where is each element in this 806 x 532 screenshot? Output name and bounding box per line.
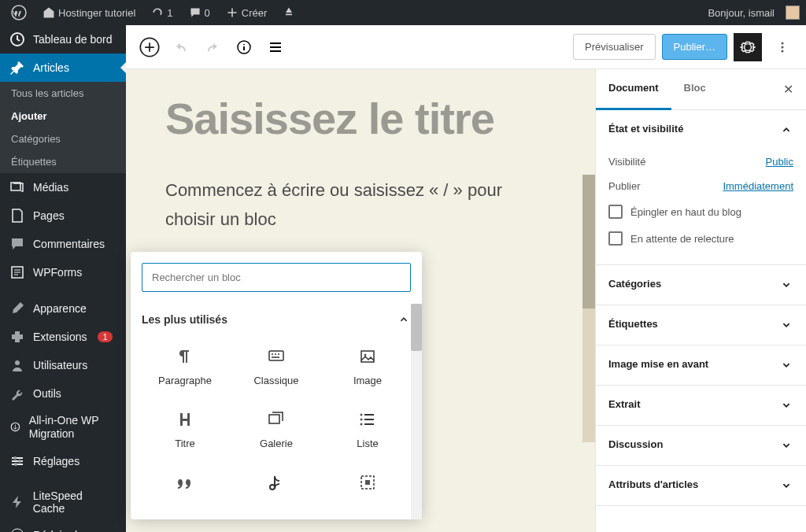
chevron-down-icon <box>779 318 793 332</box>
publish-value[interactable]: Immédiatement <box>723 180 793 192</box>
user-icon <box>9 357 25 373</box>
panel-tags[interactable]: Étiquettes <box>596 305 806 345</box>
info-button[interactable] <box>230 33 258 61</box>
block-label: Classique <box>236 375 316 386</box>
comments-count: 0 <box>205 7 210 19</box>
block-inserter: Les plus utilisés ParagrapheClassiqueIma… <box>131 252 422 519</box>
panel-featured[interactable]: Image mise en avant <box>596 345 806 385</box>
sidebar-label: Réduire le menu <box>33 529 114 532</box>
sidebar-users[interactable]: Utilisateurs <box>0 351 126 379</box>
gallery-icon <box>267 410 286 429</box>
heading-icon <box>176 410 194 429</box>
block-classic[interactable]: Classique <box>233 336 320 394</box>
preview-button[interactable]: Prévisualiser <box>573 34 655 60</box>
checkbox-icon[interactable] <box>608 231 623 246</box>
panel-title: Étiquettes <box>608 318 658 332</box>
svg-point-3 <box>15 360 20 365</box>
sidebar-pages[interactable]: Pages <box>0 201 126 230</box>
plugin-icon <box>9 329 25 345</box>
create-link[interactable]: Créer <box>221 6 272 19</box>
image-icon <box>358 347 377 366</box>
add-block-button[interactable] <box>135 33 164 61</box>
svg-point-8 <box>11 529 24 532</box>
publish-button[interactable]: Publier… <box>662 34 727 60</box>
panel-title: État et visibilité <box>608 123 683 137</box>
sidebar-label: Tableau de bord <box>33 33 112 46</box>
extensions-badge: 1 <box>98 331 112 342</box>
sidebar-articles[interactable]: Articles <box>0 54 126 82</box>
sidebar-media[interactable]: Médias <box>0 173 126 201</box>
sidebar-comments[interactable]: Commentaires <box>0 230 126 258</box>
submenu-categories[interactable]: Catégories <box>0 127 126 150</box>
submenu-add[interactable]: Ajouter <box>0 105 126 127</box>
block-quote[interactable] <box>142 462 228 508</box>
sidebar-wpforms[interactable]: WPForms <box>0 258 126 286</box>
checkbox-icon[interactable] <box>608 205 623 219</box>
block-cover[interactable] <box>324 462 411 508</box>
pin-checkbox-row[interactable]: Épingler en haut du blog <box>608 198 793 225</box>
sidebar-settings[interactable]: Réglages <box>0 447 126 475</box>
sidebar-appearance[interactable]: Apparence <box>0 294 126 323</box>
wp-logo-icon[interactable] <box>6 5 31 20</box>
block-heading[interactable]: Titre <box>142 399 228 457</box>
canvas-scrollbar[interactable] <box>582 175 595 442</box>
pin-icon <box>9 60 25 76</box>
updates-count: 1 <box>167 7 172 19</box>
sidebar-litespeed[interactable]: LiteSpeed Cache <box>0 483 126 521</box>
block-image[interactable]: Image <box>324 336 411 394</box>
sidebar-collapse[interactable]: Réduire le menu <box>0 521 126 532</box>
sidebar-label: Extensions <box>33 331 87 343</box>
sidebar-tools[interactable]: Outils <box>0 379 126 408</box>
chevron-up-icon <box>779 123 793 137</box>
undo-button[interactable] <box>167 33 195 61</box>
block-audio[interactable] <box>233 462 320 508</box>
tab-document[interactable]: Document <box>596 69 671 110</box>
paragraph-block[interactable]: Commencez à écrire ou saisissez « / » po… <box>165 175 556 235</box>
panel-discussion[interactable]: Discussion <box>596 426 806 465</box>
submenu-tags[interactable]: Étiquettes <box>0 150 126 173</box>
block-paragraph[interactable]: Paragraphe <box>142 336 228 394</box>
canvas-scroll-thumb[interactable] <box>582 175 595 308</box>
panel-categories[interactable]: Catégories <box>596 265 806 305</box>
inserter-scrollbar[interactable] <box>411 304 422 519</box>
pending-checkbox-row[interactable]: En attente de relecture <box>608 225 793 252</box>
panel-excerpt[interactable]: Extrait <box>596 386 806 425</box>
sidebar-dashboard[interactable]: Tableau de bord <box>0 25 126 54</box>
block-gallery[interactable]: Galerie <box>233 399 320 457</box>
search-input[interactable] <box>142 263 411 292</box>
submenu-all-articles[interactable]: Tous les articles <box>0 82 126 105</box>
visibility-value[interactable]: Public <box>766 156 793 168</box>
svg-rect-17 <box>269 415 279 423</box>
tab-block[interactable]: Bloc <box>671 69 719 109</box>
updraft-icon[interactable] <box>278 6 300 19</box>
media-icon <box>9 179 25 195</box>
comments-link[interactable]: 0 <box>184 6 215 19</box>
close-inspector-button[interactable]: ✕ <box>771 69 806 109</box>
greeting-link[interactable]: Bonjour, ismail <box>703 7 779 19</box>
sidebar-extensions[interactable]: Extensions1 <box>0 323 126 351</box>
inserter-section-head[interactable]: Les plus utilisés <box>142 312 411 327</box>
redo-button[interactable] <box>198 33 227 61</box>
block-list[interactable]: Liste <box>324 399 411 457</box>
panel-title: Image mise en avant <box>608 358 708 372</box>
block-label: Liste <box>327 438 408 449</box>
svg-rect-23 <box>365 480 370 485</box>
more-button[interactable] <box>768 33 797 61</box>
settings-button[interactable] <box>734 33 762 61</box>
inspector-tabs: Document Bloc ✕ <box>596 69 806 110</box>
sidebar-label: Articles <box>33 61 69 74</box>
chevron-up-icon <box>397 312 411 327</box>
post-title[interactable]: Saisissez le titre <box>165 93 556 144</box>
panel-attributes[interactable]: Attributs d'articles <box>596 466 806 505</box>
panel-status-head[interactable]: État et visibilité <box>596 110 806 150</box>
sidebar-aio[interactable]: All-in-One WP Migration <box>0 408 126 447</box>
sidebar-articles-submenu: Tous les articles Ajouter Catégories Éti… <box>0 82 126 173</box>
greeting-text: Bonjour, ismail <box>708 7 775 19</box>
visibility-label: Visibilité <box>608 156 645 168</box>
avatar[interactable] <box>786 6 800 20</box>
outline-button[interactable] <box>261 33 290 61</box>
site-link[interactable]: Hostinger tutoriel <box>38 6 140 19</box>
classic-icon <box>267 347 286 366</box>
inserter-scroll-thumb[interactable] <box>411 304 422 351</box>
updates-link[interactable]: 1 <box>146 6 177 19</box>
